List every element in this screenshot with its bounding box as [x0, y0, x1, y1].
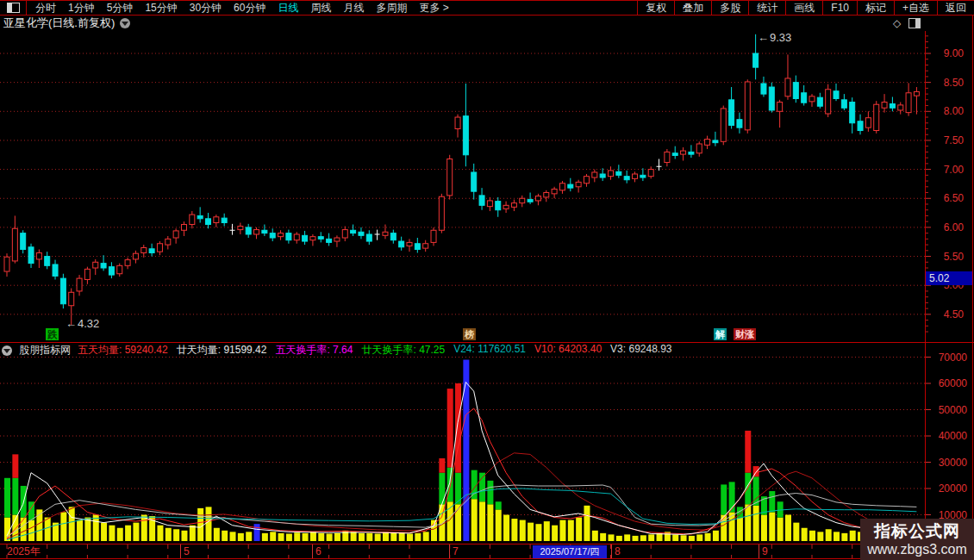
volume-bar-yellow[interactable] — [366, 533, 372, 541]
volume-bar-green[interactable] — [496, 501, 502, 509]
volume-bar-yellow[interactable] — [415, 533, 421, 541]
candle-body[interactable] — [729, 100, 734, 126]
candle-body[interactable] — [342, 230, 347, 238]
volume-bar-yellow[interactable] — [648, 534, 654, 541]
layout-toggle-button[interactable] — [0, 1, 27, 15]
volume-bar-yellow[interactable] — [850, 531, 856, 541]
candle-body[interactable] — [165, 239, 171, 245]
candle-body[interactable] — [157, 244, 162, 252]
chevron-down-icon[interactable] — [120, 18, 130, 28]
volume-bar-red[interactable] — [745, 431, 751, 473]
candle-body[interactable] — [793, 83, 798, 99]
candle-body[interactable] — [109, 267, 114, 275]
volume-bar-yellow[interactable] — [552, 526, 558, 541]
candle-body[interactable] — [696, 144, 702, 153]
volume-bar-yellow[interactable] — [817, 532, 823, 541]
toolbar-button-+自选[interactable]: +自选 — [894, 1, 937, 15]
candle-body[interactable] — [584, 177, 589, 184]
volume-bar-yellow[interactable] — [559, 520, 565, 541]
candle-body[interactable] — [841, 100, 846, 108]
candle-body[interactable] — [721, 109, 726, 141]
candle-body[interactable] — [238, 227, 243, 230]
candle-body[interactable] — [21, 233, 26, 250]
candle-body[interactable] — [181, 225, 186, 231]
volume-bar-yellow[interactable] — [785, 515, 791, 542]
volume-bar-red[interactable] — [439, 458, 445, 473]
volume-bar-yellow[interactable] — [568, 520, 574, 541]
candle-body[interactable] — [390, 233, 396, 240]
candle-body[interactable] — [471, 172, 477, 191]
volume-bar-green[interactable] — [487, 481, 493, 504]
marker-badge[interactable]: 榜 — [463, 328, 476, 340]
volume-bar-yellow[interactable] — [286, 533, 292, 541]
volume-bar-yellow[interactable] — [769, 512, 775, 541]
volume-bar-yellow[interactable] — [544, 521, 550, 541]
volume-bar-yellow[interactable] — [834, 532, 840, 541]
candle-body[interactable] — [672, 153, 677, 156]
candle-body[interactable] — [351, 230, 356, 233]
candle-body[interactable] — [559, 184, 565, 190]
volume-bar-blue[interactable] — [254, 524, 260, 541]
volume-bar-yellow[interactable] — [230, 532, 236, 541]
volume-bar-yellow[interactable] — [696, 534, 702, 541]
volume-bar-yellow[interactable] — [334, 533, 340, 541]
candle-body[interactable] — [487, 201, 492, 207]
volume-bar-green[interactable] — [753, 476, 759, 506]
period-tab-日线[interactable]: 日线 — [278, 1, 298, 16]
volume-bar-yellow[interactable] — [841, 533, 847, 541]
candle-body[interactable] — [28, 247, 34, 264]
candle-body[interactable] — [898, 105, 903, 110]
volume-bar-yellow[interactable] — [777, 518, 784, 541]
candle-body[interactable] — [850, 103, 855, 123]
toolbar-button-统计[interactable]: 统计 — [748, 1, 785, 15]
volume-bar-yellow[interactable] — [141, 515, 147, 542]
candle-body[interactable] — [737, 120, 742, 128]
volume-bar-yellow[interactable] — [576, 518, 582, 541]
volume-bar-yellow[interactable] — [479, 501, 485, 541]
candle-body[interactable] — [648, 170, 653, 177]
volume-bar-yellow[interactable] — [21, 518, 27, 541]
period-tab-30分钟[interactable]: 30分钟 — [190, 1, 222, 16]
volume-bar-yellow[interactable] — [318, 533, 324, 541]
candle-body[interactable] — [568, 184, 573, 188]
volume-bar-yellow[interactable] — [359, 533, 365, 541]
volume-bar-yellow[interactable] — [616, 536, 622, 541]
period-tab-1分钟[interactable]: 1分钟 — [68, 1, 95, 16]
candle-body[interactable] — [334, 238, 340, 241]
candle-body[interactable] — [802, 93, 807, 103]
candle-body[interactable] — [609, 171, 614, 177]
volume-bar-yellow[interactable] — [407, 533, 413, 541]
volume-bar-yellow[interactable] — [826, 529, 832, 541]
period-tab-月线[interactable]: 月线 — [343, 1, 364, 16]
chart-canvas[interactable]: 9.008.508.007.507.006.506.005.505.004.50… — [0, 0, 974, 560]
candle-body[interactable] — [294, 234, 299, 240]
volume-bar-yellow[interactable] — [600, 533, 606, 541]
candle-body[interactable] — [528, 200, 533, 202]
candle-body[interactable] — [809, 96, 815, 102]
candle-body[interactable] — [689, 152, 694, 154]
period-tab-60分钟[interactable]: 60分钟 — [234, 1, 265, 16]
volume-bar-yellow[interactable] — [705, 533, 711, 541]
volume-bar-green[interactable] — [769, 491, 775, 512]
diamond-icon[interactable]: ◇ — [893, 18, 901, 28]
candle-body[interactable] — [511, 203, 516, 208]
volume-bar-yellow[interactable] — [455, 504, 461, 541]
candle-body[interactable] — [270, 233, 275, 238]
candle-body[interactable] — [246, 227, 251, 234]
candle-body[interactable] — [423, 244, 428, 248]
volume-bar-yellow[interactable] — [181, 531, 187, 541]
volume-bar-yellow[interactable] — [528, 523, 534, 541]
volume-bar-yellow[interactable] — [101, 523, 107, 541]
candle-body[interactable] — [254, 230, 259, 234]
volume-bar-yellow[interactable] — [471, 499, 478, 541]
period-tab-分时[interactable]: 分时 — [35, 1, 56, 16]
volume-bar-yellow[interactable] — [520, 520, 526, 541]
volume-bar-yellow[interactable] — [761, 515, 767, 542]
volume-bar-yellow[interactable] — [535, 524, 541, 541]
pane-toggle-icon[interactable] — [908, 18, 921, 28]
volume-bar-yellow[interactable] — [125, 526, 131, 541]
candle-body[interactable] — [318, 237, 323, 240]
volume-bar-yellow[interactable] — [197, 508, 203, 541]
candle-body[interactable] — [327, 239, 332, 242]
volume-bar-red[interactable] — [447, 389, 453, 467]
